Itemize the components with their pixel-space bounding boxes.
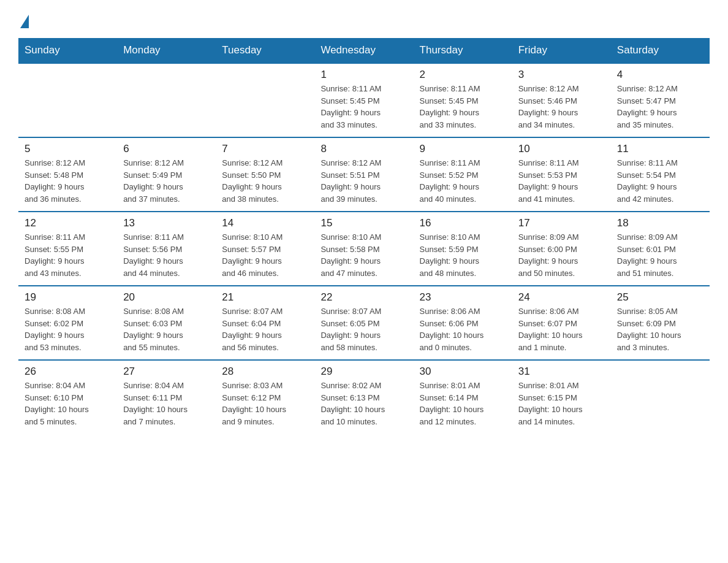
calendar-cell: 13Sunrise: 8:11 AM Sunset: 5:56 PM Dayli… xyxy=(117,212,216,286)
calendar-cell: 26Sunrise: 8:04 AM Sunset: 6:10 PM Dayli… xyxy=(18,360,117,434)
day-number: 7 xyxy=(222,143,308,155)
day-number: 2 xyxy=(420,69,506,81)
calendar-week-row: 26Sunrise: 8:04 AM Sunset: 6:10 PM Dayli… xyxy=(18,360,710,434)
calendar-cell: 27Sunrise: 8:04 AM Sunset: 6:11 PM Dayli… xyxy=(117,360,216,434)
calendar-cell: 15Sunrise: 8:10 AM Sunset: 5:58 PM Dayli… xyxy=(314,212,413,286)
day-info: Sunrise: 8:01 AM Sunset: 6:15 PM Dayligh… xyxy=(518,380,605,427)
day-info: Sunrise: 8:01 AM Sunset: 6:14 PM Dayligh… xyxy=(420,380,506,427)
day-number: 18 xyxy=(617,217,703,229)
calendar-cell: 6Sunrise: 8:12 AM Sunset: 5:49 PM Daylig… xyxy=(117,137,216,212)
calendar-cell: 20Sunrise: 8:08 AM Sunset: 6:03 PM Dayli… xyxy=(117,286,216,360)
calendar-cell: 23Sunrise: 8:06 AM Sunset: 6:06 PM Dayli… xyxy=(414,286,512,360)
day-info: Sunrise: 8:08 AM Sunset: 6:02 PM Dayligh… xyxy=(25,305,111,353)
day-number: 29 xyxy=(320,366,407,378)
day-info: Sunrise: 8:04 AM Sunset: 6:10 PM Dayligh… xyxy=(25,380,111,427)
day-info: Sunrise: 8:11 AM Sunset: 5:56 PM Dayligh… xyxy=(123,231,210,279)
day-number: 24 xyxy=(518,291,605,304)
calendar-cell: 21Sunrise: 8:07 AM Sunset: 6:04 PM Dayli… xyxy=(216,286,314,360)
calendar-cell: 25Sunrise: 8:05 AM Sunset: 6:09 PM Dayli… xyxy=(611,286,710,360)
day-info: Sunrise: 8:05 AM Sunset: 6:09 PM Dayligh… xyxy=(617,305,703,353)
day-number: 27 xyxy=(123,366,210,378)
calendar-cell: 10Sunrise: 8:11 AM Sunset: 5:53 PM Dayli… xyxy=(512,137,611,212)
day-number: 1 xyxy=(320,69,407,81)
calendar-week-row: 12Sunrise: 8:11 AM Sunset: 5:55 PM Dayli… xyxy=(18,212,710,286)
day-info: Sunrise: 8:11 AM Sunset: 5:52 PM Dayligh… xyxy=(420,157,506,205)
day-number: 30 xyxy=(420,366,506,378)
page-header xyxy=(18,12,710,27)
day-info: Sunrise: 8:12 AM Sunset: 5:51 PM Dayligh… xyxy=(320,157,407,205)
day-info: Sunrise: 8:08 AM Sunset: 6:03 PM Dayligh… xyxy=(123,305,210,353)
calendar-cell: 31Sunrise: 8:01 AM Sunset: 6:15 PM Dayli… xyxy=(512,360,611,434)
calendar-cell xyxy=(611,360,710,434)
calendar-cell: 9Sunrise: 8:11 AM Sunset: 5:52 PM Daylig… xyxy=(414,137,512,212)
day-number: 14 xyxy=(222,217,308,229)
day-number: 9 xyxy=(420,143,506,155)
day-number: 31 xyxy=(518,366,605,378)
day-info: Sunrise: 8:12 AM Sunset: 5:49 PM Dayligh… xyxy=(123,157,210,205)
day-info: Sunrise: 8:07 AM Sunset: 6:04 PM Dayligh… xyxy=(222,305,308,353)
day-info: Sunrise: 8:11 AM Sunset: 5:45 PM Dayligh… xyxy=(420,83,506,131)
day-info: Sunrise: 8:11 AM Sunset: 5:45 PM Dayligh… xyxy=(320,83,407,131)
calendar-cell: 18Sunrise: 8:09 AM Sunset: 6:01 PM Dayli… xyxy=(611,212,710,286)
day-info: Sunrise: 8:06 AM Sunset: 6:06 PM Dayligh… xyxy=(420,305,506,353)
calendar-cell: 19Sunrise: 8:08 AM Sunset: 6:02 PM Dayli… xyxy=(18,286,117,360)
weekday-header-row: SundayMondayTuesdayWednesdayThursdayFrid… xyxy=(18,38,710,63)
logo xyxy=(18,12,29,27)
day-number: 8 xyxy=(320,143,407,155)
day-number: 22 xyxy=(320,291,407,304)
day-info: Sunrise: 8:12 AM Sunset: 5:50 PM Dayligh… xyxy=(222,157,308,205)
day-number: 25 xyxy=(617,291,703,304)
calendar-cell: 29Sunrise: 8:02 AM Sunset: 6:13 PM Dayli… xyxy=(314,360,413,434)
day-number: 11 xyxy=(617,143,703,155)
calendar-cell: 7Sunrise: 8:12 AM Sunset: 5:50 PM Daylig… xyxy=(216,137,314,212)
calendar-cell: 12Sunrise: 8:11 AM Sunset: 5:55 PM Dayli… xyxy=(18,212,117,286)
calendar-week-row: 19Sunrise: 8:08 AM Sunset: 6:02 PM Dayli… xyxy=(18,286,710,360)
calendar-cell: 30Sunrise: 8:01 AM Sunset: 6:14 PM Dayli… xyxy=(414,360,512,434)
day-number: 4 xyxy=(617,69,703,81)
logo-triangle-icon xyxy=(20,15,29,28)
day-info: Sunrise: 8:10 AM Sunset: 5:58 PM Dayligh… xyxy=(320,231,407,279)
calendar-cell: 17Sunrise: 8:09 AM Sunset: 6:00 PM Dayli… xyxy=(512,212,611,286)
day-info: Sunrise: 8:10 AM Sunset: 5:59 PM Dayligh… xyxy=(420,231,506,279)
day-number: 20 xyxy=(123,291,210,304)
day-info: Sunrise: 8:04 AM Sunset: 6:11 PM Dayligh… xyxy=(123,380,210,427)
day-number: 6 xyxy=(123,143,210,155)
weekday-header-monday: Monday xyxy=(117,38,216,63)
weekday-header-friday: Friday xyxy=(512,38,611,63)
day-number: 10 xyxy=(518,143,605,155)
day-number: 23 xyxy=(420,291,506,304)
day-info: Sunrise: 8:07 AM Sunset: 6:05 PM Dayligh… xyxy=(320,305,407,353)
calendar-cell: 5Sunrise: 8:12 AM Sunset: 5:48 PM Daylig… xyxy=(18,137,117,212)
day-info: Sunrise: 8:12 AM Sunset: 5:46 PM Dayligh… xyxy=(518,83,605,131)
calendar-week-row: 1Sunrise: 8:11 AM Sunset: 5:45 PM Daylig… xyxy=(18,63,710,137)
day-number: 17 xyxy=(518,217,605,229)
day-number: 3 xyxy=(518,69,605,81)
day-number: 28 xyxy=(222,366,308,378)
day-info: Sunrise: 8:02 AM Sunset: 6:13 PM Dayligh… xyxy=(320,380,407,427)
calendar-cell: 28Sunrise: 8:03 AM Sunset: 6:12 PM Dayli… xyxy=(216,360,314,434)
calendar-week-row: 5Sunrise: 8:12 AM Sunset: 5:48 PM Daylig… xyxy=(18,137,710,212)
calendar-cell: 16Sunrise: 8:10 AM Sunset: 5:59 PM Dayli… xyxy=(414,212,512,286)
calendar-cell xyxy=(216,63,314,137)
day-info: Sunrise: 8:11 AM Sunset: 5:54 PM Dayligh… xyxy=(617,157,703,205)
calendar-cell: 8Sunrise: 8:12 AM Sunset: 5:51 PM Daylig… xyxy=(314,137,413,212)
weekday-header-saturday: Saturday xyxy=(611,38,710,63)
day-number: 15 xyxy=(320,217,407,229)
calendar-cell: 4Sunrise: 8:12 AM Sunset: 5:47 PM Daylig… xyxy=(611,63,710,137)
day-number: 21 xyxy=(222,291,308,304)
day-info: Sunrise: 8:03 AM Sunset: 6:12 PM Dayligh… xyxy=(222,380,308,427)
calendar-cell xyxy=(117,63,216,137)
weekday-header-tuesday: Tuesday xyxy=(216,38,314,63)
day-number: 5 xyxy=(25,143,111,155)
weekday-header-thursday: Thursday xyxy=(414,38,512,63)
day-number: 19 xyxy=(25,291,111,304)
day-info: Sunrise: 8:09 AM Sunset: 6:00 PM Dayligh… xyxy=(518,231,605,279)
calendar-cell: 3Sunrise: 8:12 AM Sunset: 5:46 PM Daylig… xyxy=(512,63,611,137)
day-info: Sunrise: 8:09 AM Sunset: 6:01 PM Dayligh… xyxy=(617,231,703,279)
day-number: 26 xyxy=(25,366,111,378)
calendar-cell: 14Sunrise: 8:10 AM Sunset: 5:57 PM Dayli… xyxy=(216,212,314,286)
weekday-header-wednesday: Wednesday xyxy=(314,38,413,63)
day-info: Sunrise: 8:11 AM Sunset: 5:55 PM Dayligh… xyxy=(25,231,111,279)
day-number: 13 xyxy=(123,217,210,229)
day-info: Sunrise: 8:10 AM Sunset: 5:57 PM Dayligh… xyxy=(222,231,308,279)
